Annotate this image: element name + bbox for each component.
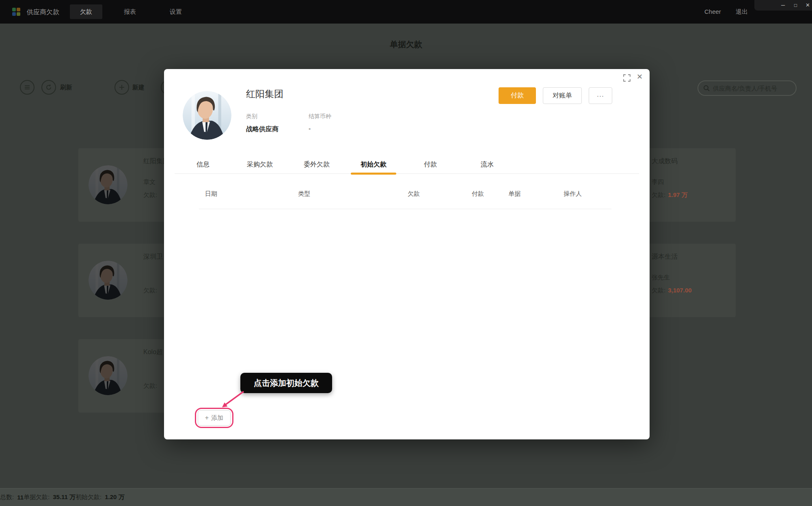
debt-value: 3,107.00: [668, 287, 691, 294]
pay-button[interactable]: 付款: [499, 87, 536, 104]
col-document: 单据: [508, 190, 520, 198]
close-icon[interactable]: ✕: [637, 72, 643, 81]
tab-outsource-debt[interactable]: 委外欠款: [288, 159, 345, 173]
search-icon: [703, 85, 710, 91]
fullscreen-icon[interactable]: [623, 74, 631, 82]
supplier-contact: 李四: [652, 178, 664, 186]
debt-label: 欠款:: [143, 287, 157, 294]
app-logo-icon: [12, 8, 20, 16]
refresh-button[interactable]: [41, 80, 56, 95]
init-debt-label: 初始欠款:: [76, 493, 102, 501]
minimize-icon[interactable]: ─: [781, 2, 785, 9]
debt-label: 欠款:: [652, 287, 665, 294]
create-label: 新建: [132, 84, 145, 91]
col-type: 类型: [298, 190, 310, 198]
nav-item-debts[interactable]: 欠款: [70, 4, 102, 19]
debt-label: 欠款:: [143, 382, 157, 389]
detail-tabs: 信息 采购欠款 委外欠款 初始欠款 付款 流水: [175, 159, 639, 174]
logout-button[interactable]: 退出: [736, 8, 748, 16]
create-button[interactable]: [114, 80, 129, 95]
doc-debt-label: 单据欠款:: [24, 493, 50, 501]
page-title: 单据欠款: [0, 39, 812, 50]
statement-button[interactable]: 对账单: [543, 87, 582, 104]
tab-purchase-debt[interactable]: 采购欠款: [231, 159, 288, 173]
search-input[interactable]: [713, 85, 786, 92]
add-initial-debt-button[interactable]: + 添加: [198, 410, 231, 426]
menu-button[interactable]: [20, 80, 35, 95]
supplier-name: 源本生活: [652, 253, 733, 261]
avatar: [89, 165, 127, 204]
modal-supplier-name: 红阳集团: [246, 88, 283, 100]
search-box[interactable]: [698, 80, 797, 96]
init-debt-value: 1.20 万: [105, 493, 124, 501]
plus-icon: [119, 84, 125, 91]
debt-value: 1.97 万: [668, 191, 687, 198]
app-title: 供应商欠款: [27, 8, 59, 17]
refresh-label: 刷新: [60, 84, 72, 91]
add-button-label: 添加: [211, 414, 223, 422]
more-button[interactable]: ···: [589, 87, 612, 104]
nav-item-reports[interactable]: 报表: [124, 8, 136, 16]
supplier-contact: 张先生: [652, 274, 670, 281]
category-label: 类别: [246, 113, 257, 120]
col-date: 日期: [205, 190, 217, 198]
avatar: [89, 356, 127, 395]
nav-item-settings[interactable]: 设置: [170, 8, 182, 16]
supplier-contact: 章文: [143, 178, 155, 186]
total-value: 11: [17, 494, 24, 501]
menu-icon: [24, 84, 30, 91]
coach-arrow-icon: [218, 390, 247, 411]
coach-tooltip: 点击添加初始欠款: [240, 373, 332, 393]
debt-label: 欠款:: [652, 191, 665, 198]
status-bar: 总数: 11 单据欠款: 35.11 万 初始欠款: 1.20 万: [0, 488, 812, 506]
titlebar: 供应商欠款 欠款 报表 设置 Cheer 退出 ─ □ ✕: [0, 0, 812, 24]
supplier-detail-modal: ✕ 红阳集团 类别 结算币种 战略供应商 - 付款 对账单 ··· 信息 采购欠…: [164, 69, 650, 439]
table-header-divider: [199, 209, 611, 209]
col-debt: 欠款: [408, 190, 420, 198]
supplier-avatar: [183, 91, 231, 140]
doc-debt-value: 35.11 万: [53, 493, 76, 501]
currency-label: 结算币种: [309, 113, 331, 120]
tab-info[interactable]: 信息: [175, 159, 231, 173]
plus-icon: +: [205, 414, 209, 422]
debt-label: 欠款:: [143, 191, 157, 198]
tab-payment[interactable]: 付款: [402, 159, 459, 173]
avatar: [89, 261, 127, 300]
maximize-icon[interactable]: □: [794, 2, 797, 9]
user-name[interactable]: Cheer: [704, 8, 721, 15]
close-window-icon[interactable]: ✕: [806, 2, 810, 9]
col-operator: 操作人: [564, 190, 582, 198]
currency-value: -: [309, 125, 311, 132]
refresh-icon: [45, 84, 52, 91]
category-value: 战略供应商: [246, 125, 279, 134]
col-payment: 付款: [472, 190, 484, 198]
total-label: 总数:: [0, 493, 14, 501]
tab-initial-debt[interactable]: 初始欠款: [345, 159, 402, 173]
supplier-name: 大成数码: [652, 157, 733, 166]
tab-flow[interactable]: 流水: [459, 159, 516, 173]
